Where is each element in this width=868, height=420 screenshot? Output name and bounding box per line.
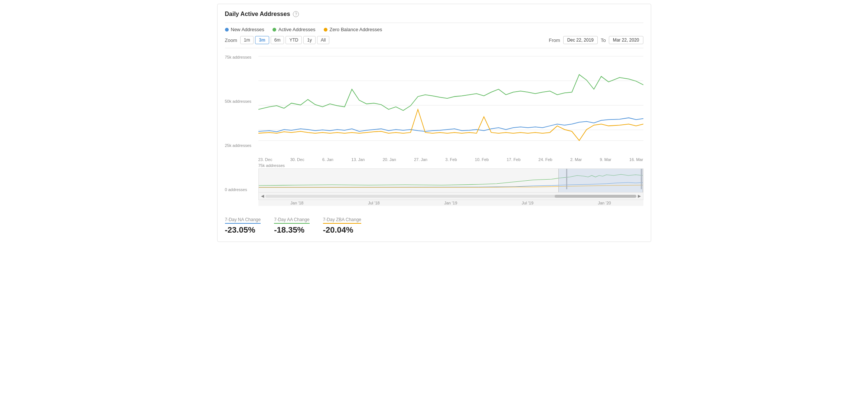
stat-label-na: 7-Day NA Change	[225, 217, 261, 224]
scroll-thumb[interactable]	[555, 195, 636, 198]
zoom-6m[interactable]: 6m	[271, 36, 284, 44]
legend-label-new: New Addresses	[231, 27, 264, 32]
legend-dot-zero	[324, 28, 327, 32]
x-label-6: 3. Feb	[446, 157, 457, 162]
x-label-0: 23. Dec	[258, 157, 273, 162]
minimap-label-3: Jul '19	[522, 201, 533, 205]
y-label-25k: 25k addresses	[225, 143, 258, 148]
scroll-right-arrow[interactable]: ▶	[638, 194, 641, 198]
zoom-label: Zoom	[225, 37, 237, 43]
x-label-4: 20. Jan	[383, 157, 396, 162]
minimap-chart[interactable]: ⋮ ⋮	[258, 168, 643, 193]
minimap-label-0: Jan '18	[290, 201, 303, 205]
zoom-1y[interactable]: 1y	[303, 36, 316, 44]
x-label-10: 2. Mar	[570, 157, 582, 162]
x-label-5: 27. Jan	[414, 157, 427, 162]
help-icon[interactable]: ?	[293, 11, 299, 17]
y-axis-labels: 75k addresses 50k addresses 25k addresse…	[225, 52, 258, 195]
scroll-left-arrow[interactable]: ◀	[261, 194, 264, 198]
x-label-11: 9. Mar	[600, 157, 611, 162]
title-row: Daily Active Addresses ?	[225, 11, 643, 17]
stat-label-zba: 7-Day ZBA Change	[323, 217, 361, 224]
minimap-label-2: Jan '19	[444, 201, 457, 205]
stats-row: 7-Day NA Change -23.05% 7-Day AA Change …	[225, 213, 643, 235]
controls-divider	[225, 48, 643, 48]
stat-value-zba: -20.04%	[323, 225, 361, 235]
main-chart-area: 75k addresses 50k addresses 25k addresse…	[225, 52, 643, 206]
zoom-3m[interactable]: 3m	[255, 36, 269, 44]
page-title: Daily Active Addresses	[225, 11, 290, 17]
main-chart-svg	[258, 52, 643, 156]
from-label: From	[549, 37, 560, 43]
y-label-0: 0 addresses	[225, 187, 258, 192]
x-label-12: 16. Mar	[629, 157, 643, 162]
legend-label-active: Active Addresses	[278, 27, 316, 32]
x-label-9: 24. Feb	[538, 157, 552, 162]
stat-value-na: -23.05%	[225, 225, 261, 235]
from-date[interactable]: Dec 22, 2019	[563, 36, 598, 44]
x-label-1: 30. Dec	[290, 157, 304, 162]
scrollbar-row: ◀ ▶	[258, 193, 643, 200]
controls-row: Zoom 1m 3m 6m YTD 1y All From Dec 22, 20…	[225, 36, 643, 44]
stat-na-change: 7-Day NA Change -23.05%	[225, 217, 261, 235]
minimap-selection[interactable]	[558, 169, 643, 192]
legend-active-addresses: Active Addresses	[273, 27, 316, 32]
legend-row: New Addresses Active Addresses Zero Bala…	[225, 27, 643, 32]
legend-dot-active	[273, 28, 276, 32]
title-divider	[225, 23, 643, 23]
date-range: From Dec 22, 2019 To Mar 22, 2020	[549, 36, 643, 44]
y-label-50k: 50k addresses	[225, 99, 258, 104]
line-chart-svg	[258, 52, 643, 156]
legend-new-addresses: New Addresses	[225, 27, 264, 32]
legend-dot-new	[225, 28, 229, 32]
minimap-x-labels: Jan '18 Jul '18 Jan '19 Jul '19 Jan '20	[258, 200, 643, 206]
dashboard-container: Daily Active Addresses ? New Addresses A…	[217, 4, 651, 242]
zoom-all[interactable]: All	[317, 36, 329, 44]
x-axis-labels: 23. Dec 30. Dec 6. Jan 13. Jan 20. Jan 2…	[258, 156, 643, 163]
to-label: To	[601, 37, 606, 43]
x-label-8: 17. Feb	[507, 157, 521, 162]
x-label-7: 10. Feb	[475, 157, 489, 162]
y-label-75k: 75k addresses	[225, 55, 258, 59]
zoom-group: Zoom 1m 3m 6m YTD 1y All	[225, 36, 330, 44]
to-date[interactable]: Mar 22, 2020	[609, 36, 643, 44]
zoom-1m[interactable]: 1m	[240, 36, 254, 44]
minimap-label-4: Jan '20	[598, 201, 611, 205]
x-label-2: 6. Jan	[322, 157, 333, 162]
minimap-label-1: Jul '18	[368, 201, 379, 205]
stat-zba-change: 7-Day ZBA Change -20.04%	[323, 217, 361, 235]
scroll-track[interactable]	[265, 195, 636, 198]
x-label-3: 13. Jan	[351, 157, 365, 162]
stat-value-aa: -18.35%	[274, 225, 309, 235]
stat-aa-change: 7-Day AA Change -18.35%	[274, 217, 309, 235]
legend-zero-balance: Zero Balance Addresses	[324, 27, 382, 32]
stat-label-aa: 7-Day AA Change	[274, 217, 309, 224]
zoom-ytd[interactable]: YTD	[285, 36, 302, 44]
legend-label-zero: Zero Balance Addresses	[330, 27, 382, 32]
minimap-y-label: 75k addresses	[258, 163, 643, 168]
